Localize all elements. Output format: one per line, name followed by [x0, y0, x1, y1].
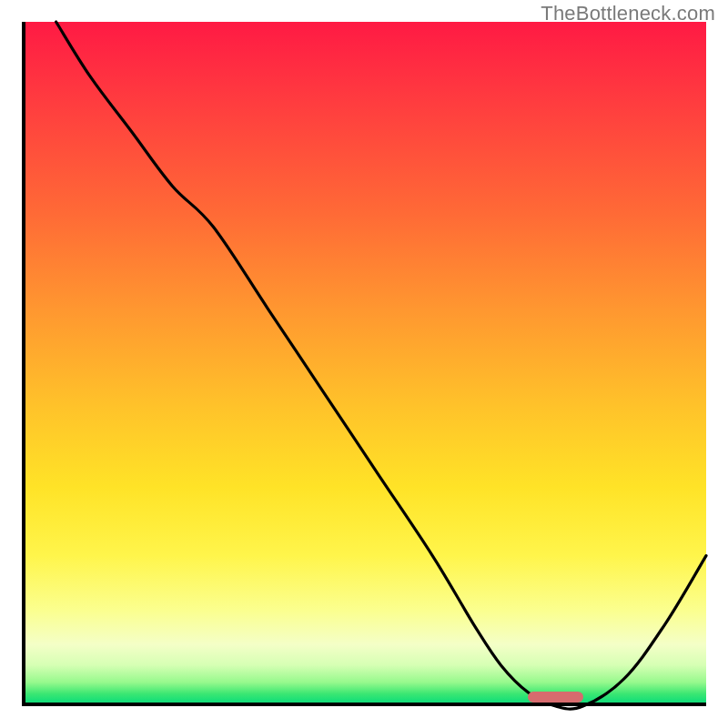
optimum-marker	[528, 692, 582, 703]
bottleneck-curve	[22, 22, 706, 706]
plot-area	[22, 22, 706, 706]
watermark-text: TheBottleneck.com	[541, 2, 715, 25]
